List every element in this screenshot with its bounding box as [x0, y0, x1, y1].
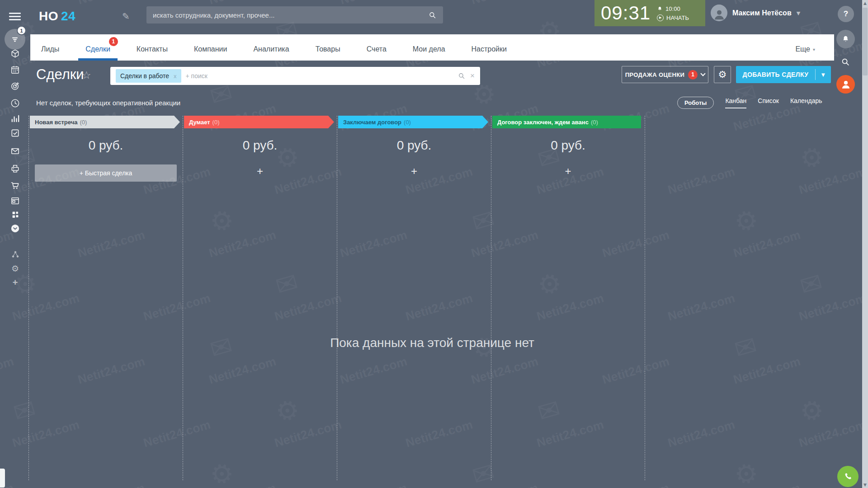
search-icon[interactable] [458, 72, 466, 80]
chip-remove-icon[interactable]: x [174, 73, 177, 80]
kanban-board: Новая встреча (0) 0 руб. + Быстрая сделк… [28, 116, 646, 480]
clock-icon [10, 98, 20, 108]
sidebar-item-devices[interactable] [0, 163, 30, 174]
stage-header[interactable]: Новая встреча (0) [30, 116, 180, 128]
bell-icon [841, 35, 850, 43]
collapsed-panel-edge[interactable] [0, 469, 5, 488]
nav-item-analytics[interactable]: Аналитика [253, 34, 289, 61]
sidebar-search-button[interactable] [840, 57, 850, 67]
stage-amount: 0 руб. [29, 138, 183, 153]
nav-item-companies[interactable]: Компании [194, 34, 227, 61]
sidebar-item-sites[interactable] [0, 196, 30, 206]
status-message: Нет сделок, требующих оперативной реакци… [36, 99, 180, 107]
sidebar-item-cube[interactable] [0, 48, 30, 59]
nav-more-button[interactable]: Еще▾ [795, 34, 815, 61]
sidebar-item-calendar[interactable] [0, 65, 30, 75]
nav-item-invoices[interactable]: Счета [367, 34, 387, 61]
deals-counter-badge: 1 [109, 37, 118, 46]
view-calendar-tab[interactable]: Календарь [790, 97, 822, 108]
sidebar-item-reports[interactable] [0, 113, 30, 124]
app-logo[interactable]: НО24 [39, 9, 75, 23]
calendar-icon [10, 65, 20, 75]
nav-item-deals[interactable]: Сделки 1 [85, 34, 110, 61]
nav-item-contacts[interactable]: Контакты [137, 34, 168, 61]
filter-bar[interactable]: Сделки в работе x × [110, 67, 480, 85]
active-tab-underline [78, 58, 118, 61]
play-icon: ▶ [657, 14, 664, 21]
view-kanban-tab[interactable]: Канбан [725, 97, 746, 108]
nav-item-settings[interactable]: Настройки [472, 34, 507, 61]
chart-icon [10, 113, 20, 124]
funnel-counter-badge: 1 [688, 70, 698, 80]
nav-item-products[interactable]: Товары [316, 34, 340, 61]
help-button[interactable]: ? [838, 6, 854, 22]
sidebar-collapse[interactable] [0, 223, 30, 234]
start-workday-button[interactable]: ▶ НАЧАТЬ [657, 14, 689, 21]
stage-count: (0) [212, 119, 220, 126]
sidebar-item-time[interactable] [0, 98, 30, 108]
add-deal-plus-button[interactable]: + [337, 165, 491, 178]
sidebar-add-button[interactable]: + [0, 277, 30, 288]
stage-header[interactable]: Думает (0) [184, 116, 334, 128]
settings-gear-button[interactable]: ⚙ [714, 66, 731, 83]
add-deal-button[interactable]: ДОБАВИТЬ СДЕЛКУ ▼ [736, 66, 831, 83]
stage-amount: 0 руб. [337, 138, 491, 153]
view-list-tab[interactable]: Список [758, 97, 779, 108]
sidebar-item-mail[interactable] [0, 146, 30, 156]
search-icon [840, 57, 850, 67]
favorite-star-icon[interactable]: ☆ [82, 69, 91, 81]
edit-logo-pencil-icon[interactable]: ✎ [122, 11, 130, 22]
stage-count: (0) [404, 119, 411, 126]
global-search-input[interactable] [153, 11, 424, 19]
sales-funnel-button[interactable]: ПРОДАЖА ОЦЕНКИ 1 [622, 66, 708, 83]
quick-deal-button[interactable]: + Быстрая сделка [35, 164, 177, 182]
sidebar-item-structure[interactable] [0, 250, 30, 259]
telephony-button[interactable] [837, 466, 859, 487]
nav-item-leads[interactable]: Лиды [41, 34, 59, 61]
nav-item-my-activities[interactable]: Мои дела [413, 34, 445, 61]
browser-icon [10, 196, 20, 206]
kanban-column-new-meeting: Новая встреча (0) 0 руб. + Быстрая сделк… [28, 116, 183, 480]
plus-icon: + [13, 277, 18, 288]
chevron-down-icon: ▼ [797, 10, 800, 16]
scroll-up-arrow[interactable]: ▲ [862, 1, 868, 5]
page-scrollbar[interactable]: ▲ ▼ [862, 0, 868, 488]
chevron-down-icon: ▾ [813, 47, 815, 52]
empty-state-message: Пока данных на этой странице нет [30, 336, 834, 350]
filter-chip[interactable]: Сделки в работе x [116, 69, 181, 83]
sidebar-item-tasks[interactable] [0, 128, 30, 138]
add-deal-plus-button[interactable]: + [491, 165, 645, 178]
target-icon [10, 81, 20, 91]
tasks-icon [10, 128, 20, 138]
mail-icon [10, 146, 20, 156]
sidebar-item-shop[interactable] [0, 180, 30, 191]
filter-clear-icon[interactable]: × [470, 71, 475, 80]
scrollbar-thumb[interactable] [863, 8, 868, 75]
live-feed-icon [10, 34, 20, 44]
sidebar-item-apps[interactable] [0, 210, 30, 220]
scroll-down-arrow[interactable]: ▼ [862, 483, 868, 487]
profile-button[interactable] [836, 75, 855, 94]
gear-icon: ⚙ [11, 263, 19, 273]
sidebar-item-crm[interactable] [0, 81, 30, 91]
view-robots-button[interactable]: Роботы [677, 97, 714, 109]
stage-header[interactable]: Заключаем договор (0) [338, 116, 488, 128]
add-deal-plus-button[interactable]: + [183, 165, 337, 178]
top-bar: НО24 ✎ 09:31 10:00 ▶ НАЧАТЬ Максим Нетёс… [0, 0, 868, 34]
filter-search-input[interactable] [186, 72, 453, 80]
user-menu[interactable]: Максим Нетёсов ▼ [711, 5, 800, 21]
feed-counter-badge: 1 [17, 26, 26, 35]
time-planner[interactable]: 09:31 10:00 ▶ НАЧАТЬ [594, 0, 705, 26]
clock-display[interactable]: 09:31 [601, 4, 651, 23]
chevron-down-icon[interactable]: ▼ [816, 72, 831, 77]
kanban-column-thinking: Думает (0) 0 руб. + [183, 116, 337, 480]
sidebar-item-settings[interactable]: ⚙ [0, 263, 30, 273]
stage-count: (0) [591, 119, 598, 126]
notifications-button[interactable] [836, 30, 855, 48]
kanban-column-signed: Договор заключен, ждем аванс (0) 0 руб. … [491, 116, 645, 480]
search-icon[interactable] [428, 11, 437, 19]
cart-icon [10, 180, 20, 191]
stage-header[interactable]: Договор заключен, ждем аванс (0) [492, 116, 641, 128]
bell-icon [657, 6, 663, 12]
main-navigation: Лиды Сделки 1 Контакты Компании Аналитик… [30, 34, 834, 61]
